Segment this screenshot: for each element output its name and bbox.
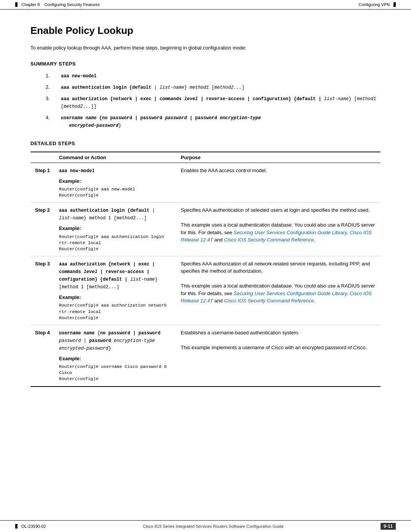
page-footer: OL-23590-02 Cisco 819 Series Integrated … bbox=[0, 520, 411, 532]
main-content: Enable Policy Lookup To enable policy lo… bbox=[0, 10, 411, 410]
step2-label: Step 2 bbox=[30, 203, 54, 256]
step2-purpose-p1: Specifies AAA authentication of selected… bbox=[181, 206, 376, 214]
footer-left-bar-icon bbox=[15, 524, 18, 529]
detailed-steps-header: Detailed Steps bbox=[30, 141, 381, 146]
step3-purpose-p1: Specifies AAA authorization of all netwo… bbox=[181, 260, 376, 275]
step1-cmd-text: aaa new-model bbox=[59, 168, 95, 174]
summary-step-2: 2. aaa authentication login {default | l… bbox=[53, 83, 381, 91]
summary-steps-list: 1. aaa new-model 2. aaa authentication l… bbox=[30, 72, 381, 129]
step3-text: aaa authorization {network | exec | comm… bbox=[61, 96, 376, 109]
table-header-row: Command or Action Purpose bbox=[30, 152, 381, 163]
table-row-step2: Step 2 aaa authentication login {default… bbox=[30, 203, 381, 256]
summary-step-4: 4. username name {no password | password… bbox=[53, 114, 381, 129]
step2-text: aaa authentication login {default | list… bbox=[61, 85, 245, 90]
step3-cmd-text: aaa authorization {network | exec | comm… bbox=[59, 262, 158, 290]
intro-paragraph: To enable policy lookup through AAA, per… bbox=[30, 44, 381, 52]
step1-label: Step 1 bbox=[30, 163, 54, 203]
step2-example-label: Example: bbox=[59, 225, 172, 232]
step-num-1: 1. bbox=[46, 72, 50, 80]
header-left-bar-icon bbox=[15, 2, 18, 7]
steps-table: Command or Action Purpose Step 1 aaa new… bbox=[30, 152, 381, 387]
footer-right: 9-11 bbox=[381, 523, 396, 530]
th-step bbox=[30, 152, 54, 163]
table-row-step1: Step 1 aaa new-model Example: Router(con… bbox=[30, 163, 381, 203]
header-right-bar-icon bbox=[393, 2, 396, 7]
header-right: Configuring VPN bbox=[358, 2, 396, 7]
step-num-4: 4. bbox=[46, 114, 50, 121]
summary-step-1: 1. aaa new-model bbox=[53, 72, 381, 80]
step2-cmd-text: aaa authentication login {default | list… bbox=[59, 208, 155, 221]
header-section: Configuring VPN bbox=[358, 2, 390, 7]
step4-purpose-p2: This example implements a username of Ci… bbox=[181, 344, 376, 351]
step3-purpose-p2: This example uses a local authentication… bbox=[181, 282, 376, 305]
step4-command: username name {no password | password pa… bbox=[54, 325, 176, 386]
step1-command: aaa new-model Example: Router(config)# a… bbox=[54, 163, 176, 203]
step3-example-label: Example: bbox=[59, 294, 172, 301]
step1-text: aaa new-model bbox=[61, 73, 97, 79]
step3-link2[interactable]: Cisco IOS Security Command Reference bbox=[224, 298, 314, 304]
table-row-step4: Step 4 username name {no password | pass… bbox=[30, 325, 381, 386]
step4-purpose: Establishes a username-based authenticat… bbox=[176, 325, 381, 386]
step3-label: Step 3 bbox=[30, 256, 54, 325]
step4-label: Step 4 bbox=[30, 325, 54, 386]
step4-text: username name {no password | password pa… bbox=[61, 115, 261, 128]
step4-example-label: Example: bbox=[59, 355, 172, 363]
step1-purpose: Enables the AAA access control model. bbox=[176, 163, 381, 203]
step2-command: aaa authentication login {default | list… bbox=[54, 203, 176, 256]
step-num-2: 2. bbox=[46, 83, 50, 91]
top-header: Chapter 9 Configuring Security Features … bbox=[0, 0, 411, 10]
step1-example-label: Example: bbox=[59, 177, 172, 185]
page-title: Enable Policy Lookup bbox=[30, 25, 381, 37]
step1-purpose-text: Enables the AAA access control model. bbox=[181, 167, 376, 174]
header-left: Chapter 9 Configuring Security Features bbox=[15, 2, 100, 7]
step3-command: aaa authorization {network | exec | comm… bbox=[54, 256, 176, 325]
table-row-step3: Step 3 aaa authorization {network | exec… bbox=[30, 256, 381, 325]
summary-step-3: 3. aaa authorization {network | exec | c… bbox=[53, 95, 381, 110]
footer-center: Cisco 819 Series Integrated Services Rou… bbox=[143, 524, 284, 529]
footer-guide-title: Cisco 819 Series Integrated Services Rou… bbox=[143, 524, 284, 529]
step2-code-block: Router(config)# aaa authentication login… bbox=[59, 234, 172, 252]
footer-left: OL-23590-02 bbox=[15, 524, 46, 529]
step-num-3: 3. bbox=[46, 95, 50, 102]
step3-code-block: Router(config)# aaa authorization networ… bbox=[59, 302, 172, 321]
summary-steps-section: Summary Steps 1. aaa new-model 2. aaa au… bbox=[30, 61, 381, 129]
detailed-steps-section: Detailed Steps Command or Action Purpose… bbox=[30, 141, 381, 387]
step4-code-block: Router(config)# username Cisco password … bbox=[59, 364, 172, 382]
th-command: Command or Action bbox=[54, 152, 176, 163]
step2-purpose: Specifies AAA authentication of selected… bbox=[176, 203, 381, 256]
step3-purpose: Specifies AAA authorization of all netwo… bbox=[176, 256, 381, 325]
step2-purpose-p2: This example uses a local authentication… bbox=[181, 221, 376, 244]
footer-doc-id: OL-23590-02 bbox=[21, 524, 46, 529]
step4-cmd-text: username name {no password | password pa… bbox=[59, 331, 160, 351]
summary-steps-header: Summary Steps bbox=[30, 61, 381, 67]
page-number: 9-11 bbox=[381, 523, 396, 530]
th-purpose: Purpose bbox=[176, 152, 381, 163]
header-chapter: Chapter 9 Configuring Security Features bbox=[21, 2, 100, 7]
step1-code-block: Router(config)# aaa new-model Router(con… bbox=[59, 186, 172, 198]
step2-link2[interactable]: Cisco IOS Security Command Reference bbox=[224, 237, 314, 243]
step4-purpose-p1: Establishes a username-based authenticat… bbox=[181, 329, 376, 337]
